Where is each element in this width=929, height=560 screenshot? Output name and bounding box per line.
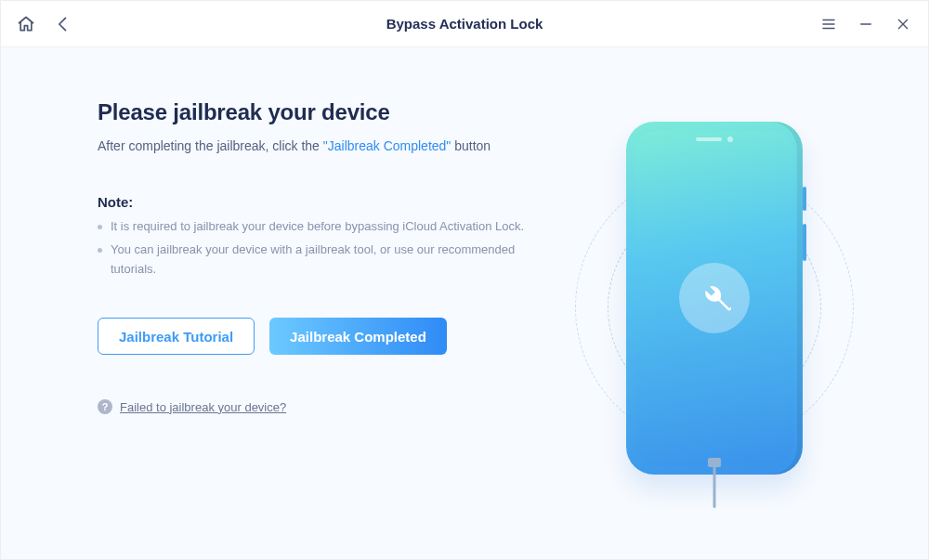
page-heading: Please jailbreak your device — [98, 99, 562, 125]
note-list: It is required to jailbreak your device … — [98, 217, 562, 279]
subtext-suffix: button — [451, 138, 491, 153]
failed-jailbreak-link[interactable]: Failed to jailbreak your device? — [120, 400, 286, 414]
wrench-icon — [679, 263, 750, 333]
window-title: Bypass Activation Lock — [386, 16, 543, 32]
page-subtext: After completing the jailbreak, click th… — [98, 138, 562, 153]
app-window: Bypass Activation Lock Please jailbreak … — [0, 0, 929, 560]
main-content: Please jailbreak your device After compl… — [1, 47, 928, 559]
help-icon: ? — [98, 399, 112, 414]
back-icon[interactable] — [51, 12, 75, 36]
close-icon[interactable] — [891, 12, 915, 36]
note-heading: Note: — [98, 194, 562, 210]
note-item: It is required to jailbreak your device … — [98, 217, 562, 237]
jailbreak-tutorial-button[interactable]: Jailbreak Tutorial — [98, 318, 255, 355]
subtext-prefix: After completing the jailbreak, click th… — [98, 138, 323, 153]
note-item: You can jailbreak your device with a jai… — [98, 241, 562, 280]
minimize-icon[interactable] — [854, 12, 878, 36]
menu-icon[interactable] — [817, 12, 841, 36]
home-icon[interactable] — [14, 12, 38, 36]
title-bar: Bypass Activation Lock — [1, 1, 928, 47]
help-line: ? Failed to jailbreak your device? — [98, 399, 562, 414]
button-row: Jailbreak Tutorial Jailbreak Completed — [98, 318, 562, 355]
subtext-quoted: "Jailbreak Completed" — [323, 138, 451, 153]
jailbreak-completed-button[interactable]: Jailbreak Completed — [269, 318, 447, 355]
phone-illustration — [556, 103, 872, 512]
phone-device-graphic — [626, 122, 803, 475]
